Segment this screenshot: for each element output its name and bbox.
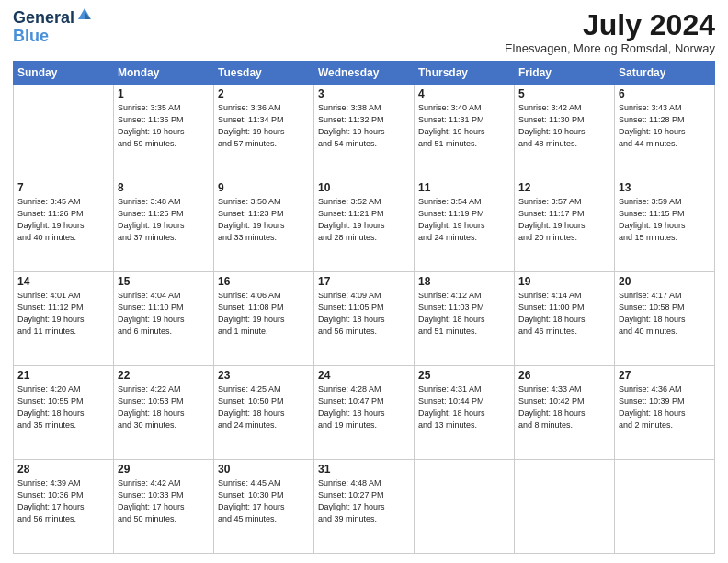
calendar-cell: 24Sunrise: 4:28 AM Sunset: 10:47 PM Dayl… (314, 366, 415, 460)
day-number: 12 (518, 181, 610, 194)
calendar-cell: 12Sunrise: 3:57 AM Sunset: 11:17 PM Dayl… (515, 178, 615, 272)
calendar-cell: 30Sunrise: 4:45 AM Sunset: 10:30 PM Dayl… (214, 460, 314, 554)
day-number: 26 (518, 369, 610, 382)
day-info: Sunrise: 4:01 AM Sunset: 11:12 PM Daylig… (17, 290, 109, 338)
calendar-cell: 18Sunrise: 4:12 AM Sunset: 11:03 PM Dayl… (415, 272, 515, 366)
col-saturday: Saturday (615, 62, 715, 85)
day-info: Sunrise: 3:36 AM Sunset: 11:34 PM Daylig… (218, 102, 310, 150)
day-info: Sunrise: 4:42 AM Sunset: 10:33 PM Daylig… (118, 477, 210, 525)
calendar-week-row: 14Sunrise: 4:01 AM Sunset: 11:12 PM Dayl… (14, 272, 715, 366)
calendar-cell: 26Sunrise: 4:33 AM Sunset: 10:42 PM Dayl… (515, 366, 615, 460)
calendar-header-row: Sunday Monday Tuesday Wednesday Thursday… (14, 62, 715, 85)
calendar-cell: 21Sunrise: 4:20 AM Sunset: 10:55 PM Dayl… (14, 366, 114, 460)
day-info: Sunrise: 4:06 AM Sunset: 11:08 PM Daylig… (218, 290, 310, 338)
page: General Blue July 2024 Elnesvagen, More … (0, 0, 728, 563)
day-number: 27 (619, 369, 711, 382)
calendar-cell: 5Sunrise: 3:42 AM Sunset: 11:30 PM Dayli… (515, 85, 615, 178)
day-info: Sunrise: 3:50 AM Sunset: 11:23 PM Daylig… (218, 196, 310, 244)
day-info: Sunrise: 4:33 AM Sunset: 10:42 PM Daylig… (518, 384, 610, 431)
calendar-cell: 31Sunrise: 4:48 AM Sunset: 10:27 PM Dayl… (314, 460, 415, 554)
calendar-cell: 22Sunrise: 4:22 AM Sunset: 10:53 PM Dayl… (114, 366, 214, 460)
day-number: 13 (619, 181, 711, 194)
calendar-cell: 27Sunrise: 4:36 AM Sunset: 10:39 PM Dayl… (615, 366, 715, 460)
col-friday: Friday (515, 62, 615, 85)
location-text: Elnesvagen, More og Romsdal, Norway (505, 41, 715, 55)
month-year-title: July 2024 (505, 9, 715, 41)
day-info: Sunrise: 4:45 AM Sunset: 10:30 PM Daylig… (218, 477, 310, 525)
day-number: 24 (318, 369, 410, 382)
day-info: Sunrise: 3:43 AM Sunset: 11:28 PM Daylig… (619, 102, 711, 150)
day-info: Sunrise: 3:52 AM Sunset: 11:21 PM Daylig… (318, 196, 410, 244)
calendar-cell: 3Sunrise: 3:38 AM Sunset: 11:32 PM Dayli… (314, 85, 415, 178)
day-info: Sunrise: 4:09 AM Sunset: 11:05 PM Daylig… (318, 290, 410, 338)
day-info: Sunrise: 4:25 AM Sunset: 10:50 PM Daylig… (218, 384, 310, 431)
day-number: 20 (619, 275, 711, 288)
day-info: Sunrise: 3:42 AM Sunset: 11:30 PM Daylig… (518, 102, 610, 150)
day-number: 23 (218, 369, 310, 382)
day-number: 22 (118, 369, 210, 382)
day-info: Sunrise: 4:48 AM Sunset: 10:27 PM Daylig… (318, 477, 410, 525)
day-info: Sunrise: 4:31 AM Sunset: 10:44 PM Daylig… (418, 384, 510, 431)
col-thursday: Thursday (415, 62, 515, 85)
calendar-cell: 6Sunrise: 3:43 AM Sunset: 11:28 PM Dayli… (615, 85, 715, 178)
day-number: 5 (518, 87, 610, 100)
calendar-cell: 16Sunrise: 4:06 AM Sunset: 11:08 PM Dayl… (214, 272, 314, 366)
day-info: Sunrise: 4:14 AM Sunset: 11:00 PM Daylig… (518, 290, 610, 338)
day-number: 10 (318, 181, 410, 194)
calendar-cell: 23Sunrise: 4:25 AM Sunset: 10:50 PM Dayl… (214, 366, 314, 460)
calendar-week-row: 28Sunrise: 4:39 AM Sunset: 10:36 PM Dayl… (14, 460, 715, 554)
day-info: Sunrise: 4:28 AM Sunset: 10:47 PM Daylig… (318, 384, 410, 431)
day-info: Sunrise: 4:17 AM Sunset: 10:58 PM Daylig… (619, 290, 711, 338)
logo-text-line1: General (13, 9, 74, 28)
day-info: Sunrise: 4:12 AM Sunset: 11:03 PM Daylig… (418, 290, 510, 338)
title-block: July 2024 Elnesvagen, More og Romsdal, N… (505, 9, 715, 55)
calendar-week-row: 21Sunrise: 4:20 AM Sunset: 10:55 PM Dayl… (14, 366, 715, 460)
day-info: Sunrise: 3:57 AM Sunset: 11:17 PM Daylig… (518, 196, 610, 244)
calendar-cell: 15Sunrise: 4:04 AM Sunset: 11:10 PM Dayl… (114, 272, 214, 366)
day-info: Sunrise: 4:04 AM Sunset: 11:10 PM Daylig… (118, 290, 210, 338)
day-info: Sunrise: 4:20 AM Sunset: 10:55 PM Daylig… (17, 384, 109, 431)
day-info: Sunrise: 3:59 AM Sunset: 11:15 PM Daylig… (619, 196, 711, 244)
day-number: 9 (218, 181, 310, 194)
day-number: 18 (418, 275, 510, 288)
day-info: Sunrise: 4:36 AM Sunset: 10:39 PM Daylig… (619, 384, 711, 431)
day-info: Sunrise: 3:40 AM Sunset: 11:31 PM Daylig… (418, 102, 510, 150)
calendar-cell (14, 85, 114, 178)
logo-text-line2: Blue (13, 27, 49, 45)
day-number: 1 (118, 87, 210, 100)
day-number: 14 (17, 275, 109, 288)
day-number: 2 (218, 87, 310, 100)
day-number: 17 (318, 275, 410, 288)
calendar-cell: 11Sunrise: 3:54 AM Sunset: 11:19 PM Dayl… (415, 178, 515, 272)
day-number: 28 (17, 463, 109, 476)
col-tuesday: Tuesday (214, 62, 314, 85)
calendar-cell: 4Sunrise: 3:40 AM Sunset: 11:31 PM Dayli… (415, 85, 515, 178)
col-wednesday: Wednesday (314, 62, 415, 85)
day-number: 3 (318, 87, 410, 100)
day-info: Sunrise: 3:54 AM Sunset: 11:19 PM Daylig… (418, 196, 510, 244)
day-number: 30 (218, 463, 310, 476)
calendar-cell: 14Sunrise: 4:01 AM Sunset: 11:12 PM Dayl… (14, 272, 114, 366)
header: General Blue July 2024 Elnesvagen, More … (13, 9, 715, 55)
calendar-cell: 25Sunrise: 4:31 AM Sunset: 10:44 PM Dayl… (415, 366, 515, 460)
day-number: 8 (118, 181, 210, 194)
day-number: 31 (318, 463, 410, 476)
day-info: Sunrise: 3:48 AM Sunset: 11:25 PM Daylig… (118, 196, 210, 244)
day-number: 29 (118, 463, 210, 476)
calendar-cell: 19Sunrise: 4:14 AM Sunset: 11:00 PM Dayl… (515, 272, 615, 366)
col-sunday: Sunday (14, 62, 114, 85)
day-number: 15 (118, 275, 210, 288)
day-info: Sunrise: 3:35 AM Sunset: 11:35 PM Daylig… (118, 102, 210, 150)
day-number: 7 (17, 181, 109, 194)
day-info: Sunrise: 4:22 AM Sunset: 10:53 PM Daylig… (118, 384, 210, 431)
day-number: 11 (418, 181, 510, 194)
day-info: Sunrise: 3:38 AM Sunset: 11:32 PM Daylig… (318, 102, 410, 150)
calendar-cell (615, 460, 715, 554)
calendar-cell: 8Sunrise: 3:48 AM Sunset: 11:25 PM Dayli… (114, 178, 214, 272)
calendar-cell: 17Sunrise: 4:09 AM Sunset: 11:05 PM Dayl… (314, 272, 415, 366)
calendar-table: Sunday Monday Tuesday Wednesday Thursday… (13, 61, 715, 554)
calendar-cell (415, 460, 515, 554)
calendar-cell: 28Sunrise: 4:39 AM Sunset: 10:36 PM Dayl… (14, 460, 114, 554)
calendar-cell: 7Sunrise: 3:45 AM Sunset: 11:26 PM Dayli… (14, 178, 114, 272)
calendar-cell (515, 460, 615, 554)
